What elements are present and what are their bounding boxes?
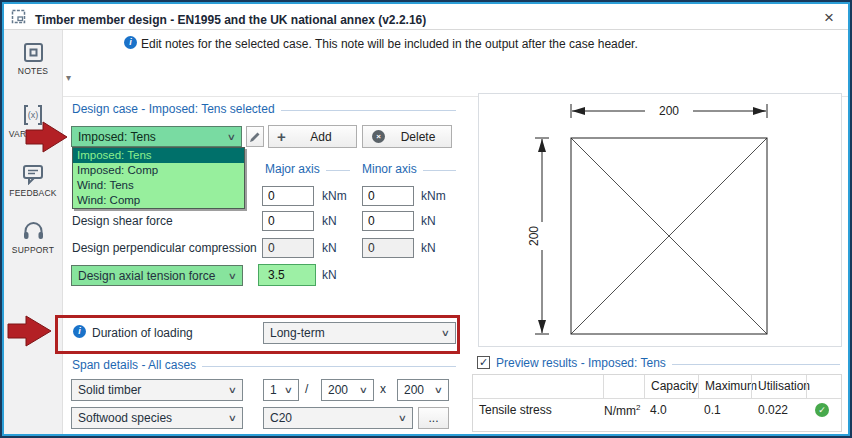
chevron-down-icon: ∨ [359,385,368,395]
grade-value: C20 [270,411,395,425]
divider-glyph: / [305,382,308,396]
column-header: Utilisation [751,375,812,398]
dropdown-item[interactable]: Wind: Tens [73,178,244,193]
span-number-value: 1 [270,383,281,397]
sidebar-label: SUPPORT [4,245,62,255]
column-header: Maximum [698,375,757,398]
unit-label: kN [421,214,436,228]
add-case-button[interactable]: + Add [268,125,357,148]
design-case-dropdown-list: Imposed: Tens Imposed: Comp Wind: Tens W… [72,147,245,209]
sidebar-label: FEEDBACK [4,188,62,198]
svg-text:(x): (x) [28,110,39,120]
browse-grade-button[interactable]: ... [418,407,449,429]
section-depth-combo[interactable]: 200 ∨ [397,379,449,401]
timber-type-combo[interactable]: Solid timber ∨ [71,379,243,401]
sidebar-item-feedback[interactable]: FEEDBACK [4,164,62,198]
sidebar-item-notes[interactable]: NOTES [4,42,62,76]
section-width-value: 200 [328,383,356,397]
column-header [603,375,650,398]
chevron-down-icon: ∨ [284,385,293,395]
design-case-combo-value: Imposed: Tens [78,130,224,144]
header-rule [281,110,456,111]
chevron-down-icon: ∨ [228,271,237,281]
notes-hint-text: Edit notes for the selected case. This n… [141,37,638,51]
info-icon: i [73,325,86,338]
minor-axis-label: Minor axis [362,162,417,176]
preview-results-header-label: Preview results - Imposed: Tens [496,356,666,370]
delete-case-button[interactable]: × Delete [362,125,452,148]
shear-major-input[interactable] [262,211,314,231]
section-drawing: 200 200 [479,94,839,344]
axial-force-type-value: Design axial tension force [78,269,225,283]
sidebar-item-variables[interactable]: (x) VARIABLES [4,104,62,139]
perp-major-input [262,238,314,258]
header-rule [672,364,840,365]
result-row-name: Tensile stress [479,403,552,417]
dropdown-item[interactable]: Imposed: Comp [73,163,244,178]
moment-minor-input[interactable] [362,186,414,206]
span-details-header-label: Span details - All cases [72,358,196,372]
species-combo[interactable]: Softwood species ∨ [71,407,243,429]
perp-minor-input [362,238,414,258]
title-bar: Timber member design - EN1995 and the UK… [4,4,848,30]
species-value: Softwood species [78,411,225,425]
axial-force-value-input[interactable] [258,264,316,286]
moment-major-input[interactable] [262,186,314,206]
design-case-combo[interactable]: Imposed: Tens ∨ [71,126,242,147]
shear-force-label: Design shear force [72,214,173,228]
header-rule [423,170,456,171]
edit-case-button[interactable] [246,126,264,147]
header-rule [326,170,350,171]
notes-icon [23,42,44,63]
sidebar-label: NOTES [4,66,62,76]
duration-combo[interactable]: Long-term ∨ [263,322,456,344]
major-axis-label: Major axis [265,162,320,176]
chevron-down-icon: ∨ [228,413,237,423]
pencil-icon [249,131,261,143]
add-button-label: Add [286,130,356,144]
dropdown-item[interactable]: Imposed: Tens [73,148,244,163]
span-number-combo[interactable]: 1 ∨ [263,379,299,401]
preview-results-checkbox[interactable]: ✓ [477,356,490,369]
column-header: Capacity [644,375,704,398]
chevron-down-icon: ∨ [228,385,237,395]
duration-combo-value: Long-term [270,326,438,340]
section-width-combo[interactable]: 200 ∨ [321,379,374,401]
unit-label: kN [322,268,337,282]
times-glyph: x [380,382,386,396]
axial-force-type-combo[interactable]: Design axial tension force ∨ [71,265,243,286]
close-icon[interactable]: × [818,8,840,28]
timber-type-value: Solid timber [78,383,225,397]
column-header [806,375,843,398]
major-axis-header: Major axis [265,162,350,176]
minor-axis-header: Minor axis [362,162,456,176]
pass-check-icon: ✓ [815,403,829,417]
height-dim-label: 200 [527,226,541,246]
shear-minor-input[interactable] [362,211,414,231]
chevron-down-icon: ∨ [398,413,407,423]
unit-label: kN [421,241,436,255]
sidebar-item-support[interactable]: SUPPORT [4,220,62,255]
section-preview-panel: 200 200 [478,93,842,347]
duration-label: Duration of loading [92,326,193,340]
span-details-header: Span details - All cases [72,358,456,372]
sidebar-label: VARIABLES [4,129,62,139]
notes-collapse-icon[interactable]: ▾ [66,72,71,83]
preview-results-header: Preview results - Imposed: Tens [496,356,840,370]
results-table: Capacity Maximum Utilisation Tensile str… [472,374,842,432]
header-rule [202,366,456,367]
check-icon: ✓ [479,356,488,368]
info-icon: i [124,36,137,49]
result-maximum: 0.1 [704,403,721,417]
result-capacity: 4.0 [650,403,667,417]
dropdown-item[interactable]: Wind: Comp [73,193,244,208]
unit-label: kNm [421,189,446,203]
unit-label: kNm [322,189,347,203]
chevron-down-icon: ∨ [441,328,450,338]
delete-button-label: Delete [385,130,451,144]
result-utilisation: 0.022 [758,403,788,417]
window-title: Timber member design - EN1995 and the UK… [35,13,426,27]
design-case-header-label: Design case - Imposed: Tens selected [72,102,275,116]
plus-icon: + [277,132,286,142]
grade-combo[interactable]: C20 ∨ [263,407,413,429]
